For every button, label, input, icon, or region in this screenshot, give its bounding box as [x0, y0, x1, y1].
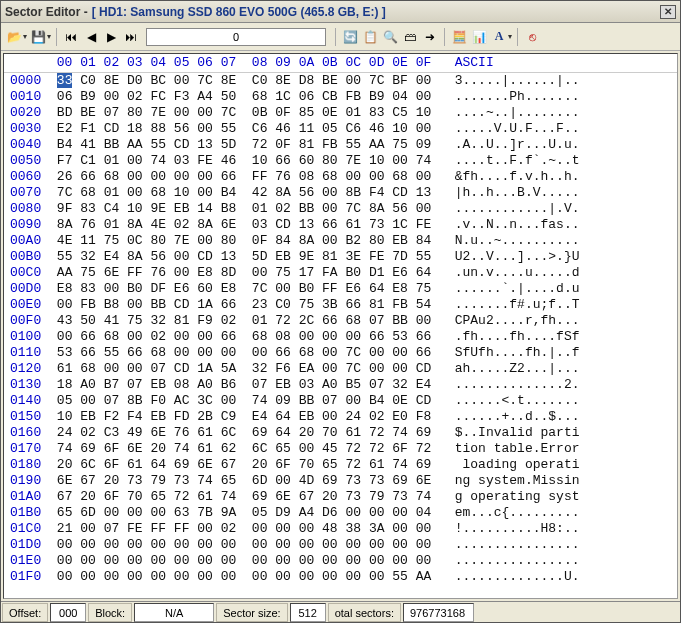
hex-row[interactable]: 00A0 4E 11 75 0C 80 7E 00 80 0F 84 8A 00…	[4, 233, 677, 249]
hex-row[interactable]: 0110 53 66 55 66 68 00 00 00 00 66 68 00…	[4, 345, 677, 361]
refresh-icon[interactable]: 🔄	[341, 28, 359, 46]
sector-size-label: Sector size:	[216, 603, 287, 622]
title-disk-info: [ HD1: Samsung SSD 860 EVO 500G (465.8 G…	[92, 5, 386, 19]
hex-row[interactable]: 0140 05 00 07 8B F0 AC 3C 00 74 09 BB 07…	[4, 393, 677, 409]
hex-row[interactable]: 01B0 65 6D 00 00 00 63 7B 9A 05 D9 A4 D6…	[4, 505, 677, 521]
title-label: Sector Editor -	[5, 5, 88, 19]
open-dropdown-icon[interactable]: ▾	[23, 32, 27, 41]
hex-row[interactable]: 0020 BD BE 07 80 7E 00 00 7C 0B 0F 85 0E…	[4, 105, 677, 121]
sector-size-value: 512	[290, 603, 326, 622]
hex-row[interactable]: 0130 18 A0 B7 07 EB 08 A0 B6 07 EB 03 A0…	[4, 377, 677, 393]
font-dropdown-icon[interactable]: ▾	[508, 32, 512, 41]
hex-row[interactable]: 00E0 00 FB B8 00 BB CD 1A 66 23 C0 75 3B…	[4, 297, 677, 313]
hex-row[interactable]: 0160 24 02 C3 49 6E 76 61 6C 69 64 20 70…	[4, 425, 677, 441]
sector-input[interactable]	[146, 28, 326, 46]
hex-row[interactable]: 0180 20 6C 6F 61 64 69 6E 67 20 6F 70 65…	[4, 457, 677, 473]
hex-row[interactable]: 0150 10 EB F2 F4 EB FD 2B C9 E4 64 EB 00…	[4, 409, 677, 425]
nav-prev-icon[interactable]: ◀	[82, 28, 100, 46]
hex-row[interactable]: 00D0 E8 83 00 B0 DF E6 60 E8 7C 00 B0 FF…	[4, 281, 677, 297]
offset-value: 000	[50, 603, 86, 622]
hex-row[interactable]: 01A0 67 20 6F 70 65 72 61 74 69 6E 67 20…	[4, 489, 677, 505]
toolbar: 📂▾ 💾▾ ⏮ ◀ ▶ ⏭ 🔄 📋 🔍 🗃 ➜ 🧮 📊 A▾ ⎋	[1, 23, 680, 51]
hex-row[interactable]: 0170 74 69 6F 6E 20 74 61 62 6C 65 00 45…	[4, 441, 677, 457]
goto-icon[interactable]: ➜	[421, 28, 439, 46]
titlebar: Sector Editor - [ HD1: Samsung SSD 860 E…	[1, 1, 680, 23]
hex-row[interactable]: 0090 8A 76 01 8A 4E 02 8A 6E 03 CD 13 66…	[4, 217, 677, 233]
block-value: N/A	[134, 603, 214, 622]
close-button[interactable]: ✕	[660, 5, 676, 19]
hex-view[interactable]: 00 01 02 03 04 05 06 07 08 09 0A 0B 0C 0…	[3, 53, 678, 599]
hex-row[interactable]: 0000 33 C0 8E D0 BC 00 7C 8E C0 8E D8 BE…	[4, 73, 677, 89]
calc-icon[interactable]: 🧮	[450, 28, 468, 46]
nav-last-icon[interactable]: ⏭	[122, 28, 140, 46]
font-icon[interactable]: A	[490, 28, 508, 46]
nav-next-icon[interactable]: ▶	[102, 28, 120, 46]
total-sectors-value: 976773168	[403, 603, 474, 622]
block-label: Block:	[88, 603, 132, 622]
hex-row[interactable]: 01F0 00 00 00 00 00 00 00 00 00 00 00 00…	[4, 569, 677, 585]
hex-row[interactable]: 0190 6E 67 20 73 79 73 74 65 6D 00 4D 69…	[4, 473, 677, 489]
hex-row[interactable]: 01C0 21 00 07 FE FF FF 00 02 00 00 00 48…	[4, 521, 677, 537]
hex-row[interactable]: 00F0 43 50 41 75 32 81 F9 02 01 72 2C 66…	[4, 313, 677, 329]
open-icon[interactable]: 📂	[5, 28, 23, 46]
exit-icon[interactable]: ⎋	[523, 28, 541, 46]
hex-row[interactable]: 0060 26 66 68 00 00 00 00 66 FF 76 08 68…	[4, 169, 677, 185]
hex-header: 00 01 02 03 04 05 06 07 08 09 0A 0B 0C 0…	[4, 54, 677, 73]
total-sectors-label: otal sectors:	[328, 603, 401, 622]
template-icon[interactable]: 📊	[470, 28, 488, 46]
find-icon[interactable]: 🔍	[381, 28, 399, 46]
hex-row[interactable]: 0010 06 B9 00 02 FC F3 A4 50 68 1C 06 CB…	[4, 89, 677, 105]
save-icon[interactable]: 💾	[29, 28, 47, 46]
statusbar: Offset: 000 Block: N/A Sector size: 512 …	[1, 601, 680, 623]
hex-row[interactable]: 0120 61 68 00 00 07 CD 1A 5A 32 F6 EA 00…	[4, 361, 677, 377]
hex-row[interactable]: 0070 7C 68 01 00 68 10 00 B4 42 8A 56 00…	[4, 185, 677, 201]
hex-row[interactable]: 01E0 00 00 00 00 00 00 00 00 00 00 00 00…	[4, 553, 677, 569]
hex-row[interactable]: 0100 00 66 68 00 02 00 00 66 68 08 00 00…	[4, 329, 677, 345]
hex-row[interactable]: 00B0 55 32 E4 8A 56 00 CD 13 5D EB 9E 81…	[4, 249, 677, 265]
hex-row[interactable]: 0080 9F 83 C4 10 9E EB 14 B8 01 02 BB 00…	[4, 201, 677, 217]
save-dropdown-icon[interactable]: ▾	[47, 32, 51, 41]
hex-row[interactable]: 00C0 AA 75 6E FF 76 00 E8 8D 00 75 17 FA…	[4, 265, 677, 281]
hex-row[interactable]: 0030 E2 F1 CD 18 88 56 00 55 C6 46 11 05…	[4, 121, 677, 137]
copy-icon[interactable]: 📋	[361, 28, 379, 46]
replace-icon[interactable]: 🗃	[401, 28, 419, 46]
hex-row[interactable]: 0050 F7 C1 01 00 74 03 FE 46 10 66 60 80…	[4, 153, 677, 169]
hex-row[interactable]: 0040 B4 41 BB AA 55 CD 13 5D 72 0F 81 FB…	[4, 137, 677, 153]
offset-label: Offset:	[2, 603, 48, 622]
hex-row[interactable]: 01D0 00 00 00 00 00 00 00 00 00 00 00 00…	[4, 537, 677, 553]
nav-first-icon[interactable]: ⏮	[62, 28, 80, 46]
